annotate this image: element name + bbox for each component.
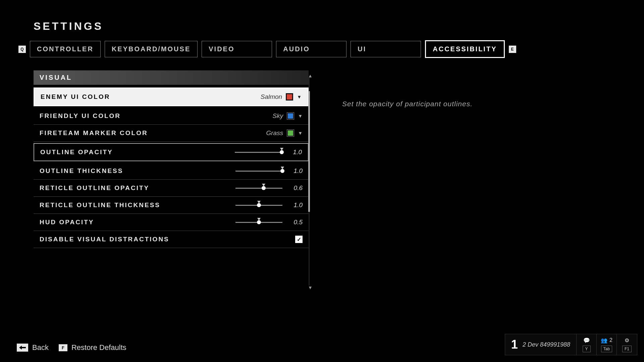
slider-value: 0.6 [289, 184, 303, 192]
option-label: OUTLINE THICKNESS [40, 167, 123, 175]
player-index: 1 [511, 338, 518, 352]
social-button[interactable]: 👥2 Tab [597, 334, 617, 355]
option-enemy-ui-color[interactable]: ENEMY UI COLOR Salmon ▼ [34, 87, 309, 106]
option-label: RETICLE OUTLINE THICKNESS [40, 201, 160, 209]
color-swatch [287, 113, 294, 119]
slider-thumb[interactable] [257, 203, 261, 207]
options-panel: VISUAL ENEMY UI COLOR Salmon ▼ FRIENDLY … [34, 70, 309, 248]
slider-track[interactable] [235, 171, 282, 172]
option-fireteam-marker-color[interactable]: FIRETEAM MARKER COLOR Grass ▼ [34, 125, 309, 142]
chevron-down-icon: ▼ [297, 94, 302, 100]
option-friendly-ui-color[interactable]: FRIENDLY UI COLOR Sky ▼ [34, 108, 309, 125]
slider-thumb[interactable] [262, 186, 266, 190]
chevron-down-icon: ▼ [298, 130, 303, 136]
restore-defaults-button[interactable]: F Restore Defaults [59, 343, 126, 352]
option-outline-opacity[interactable]: OUTLINE OPACITY 1.0 [34, 143, 309, 161]
option-label: DISABLE VISUAL DISTRACTIONS [40, 236, 169, 243]
color-swatch [287, 130, 294, 136]
tab-accessibility[interactable]: ACCESSIBILITY [425, 40, 504, 58]
checkbox[interactable]: ✓ [295, 236, 303, 243]
tab-audio[interactable]: AUDIO [276, 41, 346, 57]
option-label: ENEMY UI COLOR [41, 93, 110, 101]
back-label: Back [32, 343, 49, 352]
slider-track[interactable] [235, 188, 282, 189]
gear-icon: ⚙ [625, 337, 629, 344]
social-key-hint: Tab [601, 346, 612, 352]
slider-thumb[interactable] [257, 220, 261, 224]
section-header-visual: VISUAL [34, 70, 309, 85]
party-count: 2 [609, 337, 612, 343]
option-description: Set the opacity of participant outlines. [342, 100, 543, 108]
tab-video[interactable]: VIDEO [202, 41, 272, 57]
option-label: OUTLINE OPACITY [40, 148, 113, 156]
option-reticle-outline-opacity[interactable]: RETICLE OUTLINE OPACITY 0.6 [34, 180, 309, 197]
tabs-bar: Q CONTROLLER KEYBOARD/MOUSE VIDEO AUDIO … [18, 40, 516, 58]
tab-controller[interactable]: CONTROLLER [30, 41, 101, 57]
player-id-text: 2 Dev 849991988 [523, 341, 570, 348]
chevron-down-icon: ▼ [298, 113, 303, 119]
status-bar: 1 2 Dev 849991988 💬 Y 👥2 Tab ⚙ F1 [505, 334, 637, 355]
slider-track[interactable] [235, 205, 282, 206]
option-label: FRIENDLY UI COLOR [40, 112, 121, 120]
restore-label: Restore Defaults [71, 343, 126, 352]
chat-button[interactable]: 💬 Y [577, 334, 597, 355]
option-label: HUD OPACITY [40, 219, 94, 226]
option-hud-opacity[interactable]: HUD OPACITY 0.5 [34, 214, 309, 231]
option-disable-visual-distractions[interactable]: DISABLE VISUAL DISTRACTIONS ✓ [34, 231, 309, 248]
back-button[interactable]: Back [17, 343, 49, 352]
slider-track[interactable] [235, 222, 282, 223]
slider-value: 1.0 [288, 148, 302, 156]
footer-left: Back F Restore Defaults [17, 343, 126, 352]
option-value: Salmon [261, 93, 282, 101]
slider-thumb[interactable] [280, 169, 284, 173]
option-label: RETICLE OUTLINE OPACITY [40, 184, 149, 192]
option-value: Sky [272, 112, 283, 120]
back-arrow-icon [17, 344, 28, 352]
slider-value: 1.0 [289, 201, 303, 209]
option-reticle-outline-thickness[interactable]: RETICLE OUTLINE THICKNESS 1.0 [34, 197, 309, 214]
scroll-down-arrow-icon[interactable]: ▼ [308, 285, 313, 290]
player-id-section: 1 2 Dev 849991988 [505, 334, 577, 355]
chat-key-hint: Y [583, 346, 591, 352]
settings-key-hint: F1 [622, 346, 632, 352]
tab-prev-key: Q [18, 46, 26, 53]
option-outline-thickness[interactable]: OUTLINE THICKNESS 1.0 [34, 163, 309, 180]
people-icon: 👥 [601, 337, 607, 344]
option-value: Grass [266, 129, 283, 137]
color-swatch [286, 94, 293, 100]
slider-track[interactable] [235, 152, 282, 153]
tab-keyboard-mouse[interactable]: KEYBOARD/MOUSE [105, 41, 198, 57]
slider-value: 0.5 [289, 219, 303, 226]
restore-key-hint: F [59, 344, 67, 351]
tab-next-key: E [509, 46, 516, 53]
settings-button[interactable]: ⚙ F1 [617, 334, 637, 355]
tab-ui[interactable]: UI [351, 41, 421, 57]
slider-value: 1.0 [289, 167, 303, 175]
slider-thumb[interactable] [280, 150, 284, 154]
page-title: SETTINGS [34, 20, 103, 33]
scrollbar-thumb[interactable] [308, 91, 310, 212]
option-label: FIRETEAM MARKER COLOR [40, 129, 148, 137]
chat-icon: 💬 [583, 337, 590, 344]
